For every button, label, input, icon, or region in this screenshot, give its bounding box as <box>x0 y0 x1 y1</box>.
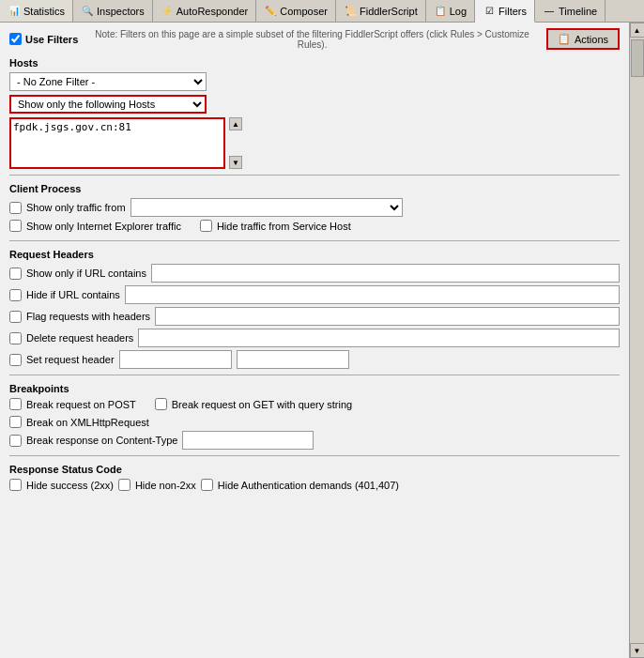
hide-url-input[interactable] <box>125 285 620 304</box>
delete-headers-checkbox[interactable] <box>9 332 22 344</box>
scroll-down-button[interactable]: ▼ <box>630 643 645 658</box>
post-break-checkbox[interactable] <box>9 398 22 410</box>
use-filters-checkbox[interactable] <box>9 33 22 45</box>
autoresponder-tab[interactable]: ⚡ AutoResponder <box>153 0 256 22</box>
xmlhttp-break-row: Break on XMLHttpRequest <box>9 416 620 428</box>
url-contains-row: Show only if URL contains <box>9 264 620 283</box>
hosts-textarea-area: fpdk.jsgs.gov.cn:81 ▲ ▼ <box>9 117 620 169</box>
content-type-break-row: Break response on Content-Type <box>9 431 620 450</box>
hosts-filter-dropdown[interactable]: Show only the following Hosts Hide the f… <box>9 95 207 114</box>
ie-traffic-row: Show only Internet Explorer traffic <box>9 220 181 232</box>
hide-url-label: Hide if URL contains <box>26 289 120 300</box>
filters-icon: ☑ <box>483 5 496 18</box>
set-header-name-input[interactable] <box>119 350 232 369</box>
log-tab[interactable]: 📋 Log <box>426 0 475 22</box>
scrollbar-track: ▲ ▼ <box>629 23 644 658</box>
fiddlerscript-tab[interactable]: 📜 FiddlerScript <box>336 0 426 22</box>
traffic-from-dropdown[interactable] <box>130 198 403 217</box>
ie-service-row: Show only Internet Explorer traffic Hide… <box>9 220 620 235</box>
actions-icon: 📋 <box>558 33 571 45</box>
set-header-row: Set request header <box>9 350 620 369</box>
url-contains-checkbox[interactable] <box>9 268 22 280</box>
actions-button[interactable]: 📋 Actions <box>546 28 620 50</box>
client-process-header: Client Process <box>9 183 620 194</box>
get-query-break-label: Break request on GET with query string <box>172 399 352 410</box>
statistics-tab[interactable]: 📊 Statistics <box>0 0 73 22</box>
filters-panel: Use Filters Note: Filters on this page a… <box>0 23 629 658</box>
note-text: Note: Filters on this page are a simple … <box>78 29 546 50</box>
breakpoints-header: Breakpoints <box>9 383 620 394</box>
autoresponder-icon: ⚡ <box>161 5 174 18</box>
hosts-textarea[interactable]: fpdk.jsgs.gov.cn:81 <box>9 117 225 169</box>
zone-filter-row: - No Zone Filter - <box>9 72 620 91</box>
hide-non2xx-checkbox[interactable] <box>118 479 130 491</box>
get-query-break-row: Break request on GET with query string <box>155 398 352 410</box>
inspectors-icon: 🔍 <box>81 5 94 18</box>
divider-1 <box>9 175 620 176</box>
delete-headers-label: Delete request headers <box>26 332 133 344</box>
response-status-row: Hide success (2xx) Hide non-2xx Hide Aut… <box>9 479 620 491</box>
log-icon: 📋 <box>434 5 447 18</box>
post-break-row: Break request on POST <box>9 398 136 410</box>
hosts-section-header: Hosts <box>9 57 620 69</box>
filters-tab[interactable]: ☑ Filters <box>475 0 535 23</box>
hide-url-checkbox[interactable] <box>9 289 22 301</box>
set-header-value-input[interactable] <box>237 350 349 369</box>
fiddlerscript-icon: 📜 <box>344 5 357 18</box>
post-break-label: Break request on POST <box>26 399 136 410</box>
request-headers-header: Request Headers <box>9 249 620 260</box>
scroll-up-btn[interactable]: ▲ <box>229 117 242 130</box>
content-type-break-checkbox[interactable] <box>9 435 22 447</box>
use-filters-label: Use Filters <box>25 34 78 45</box>
scrollbar-thumb[interactable] <box>631 39 644 77</box>
flag-headers-row: Flag requests with headers <box>9 307 620 326</box>
statistics-icon: 📊 <box>8 5 21 18</box>
url-contains-input[interactable] <box>151 264 620 283</box>
divider-2 <box>9 240 620 241</box>
use-filters-group: Use Filters <box>9 33 78 45</box>
url-contains-label: Show only if URL contains <box>26 268 146 279</box>
delete-headers-input[interactable] <box>138 329 620 347</box>
inspectors-tab[interactable]: 🔍 Inspectors <box>73 0 153 22</box>
zone-filter-dropdown[interactable]: - No Zone Filter - <box>9 72 207 91</box>
ie-traffic-label: Show only Internet Explorer traffic <box>26 221 181 232</box>
hide-service-label: Hide traffic from Service Host <box>217 221 351 232</box>
traffic-from-row: Show only traffic from <box>9 198 620 217</box>
delete-headers-row: Delete request headers <box>9 329 620 347</box>
breakpoints-row1: Break request on POST Break request on G… <box>9 398 620 413</box>
flag-headers-checkbox[interactable] <box>9 311 22 323</box>
flag-headers-input[interactable] <box>155 307 620 326</box>
scroll-up-button[interactable]: ▲ <box>630 23 645 38</box>
xmlhttp-break-checkbox[interactable] <box>9 416 22 428</box>
hide-2xx-label: Hide success (2xx) <box>26 480 114 491</box>
traffic-from-label: Show only traffic from <box>26 202 126 213</box>
content-type-break-label: Break response on Content-Type <box>26 435 177 446</box>
hide-2xx-checkbox[interactable] <box>9 479 22 491</box>
hide-non2xx-label: Hide non-2xx <box>135 480 196 491</box>
hosts-mini-scrollbar: ▲ ▼ <box>229 117 242 169</box>
tab-bar: 📊 Statistics 🔍 Inspectors ⚡ AutoResponde… <box>0 0 644 23</box>
timeline-icon: — <box>543 5 556 18</box>
ie-traffic-checkbox[interactable] <box>9 220 22 232</box>
top-bar: Use Filters Note: Filters on this page a… <box>9 28 620 50</box>
get-query-break-checkbox[interactable] <box>155 398 167 410</box>
hide-service-row: Hide traffic from Service Host <box>200 220 351 232</box>
scroll-down-btn[interactable]: ▼ <box>229 156 242 169</box>
content-type-input[interactable] <box>182 431 314 450</box>
hide-auth-checkbox[interactable] <box>201 479 213 491</box>
divider-4 <box>9 455 620 456</box>
composer-icon: ✏️ <box>264 5 277 18</box>
composer-tab[interactable]: ✏️ Composer <box>256 0 336 22</box>
set-header-label: Set request header <box>26 354 115 365</box>
set-header-checkbox[interactable] <box>9 354 22 366</box>
timeline-tab[interactable]: — Timeline <box>535 0 606 22</box>
divider-3 <box>9 375 620 375</box>
hide-auth-label: Hide Authentication demands (401,407) <box>218 480 399 491</box>
response-status-header: Response Status Code <box>9 464 620 475</box>
hide-service-checkbox[interactable] <box>200 220 212 232</box>
traffic-from-checkbox[interactable] <box>9 202 22 214</box>
hide-url-row: Hide if URL contains <box>9 285 620 304</box>
xmlhttp-break-label: Break on XMLHttpRequest <box>26 417 149 428</box>
main-content: Use Filters Note: Filters on this page a… <box>0 23 644 658</box>
flag-headers-label: Flag requests with headers <box>26 311 150 322</box>
